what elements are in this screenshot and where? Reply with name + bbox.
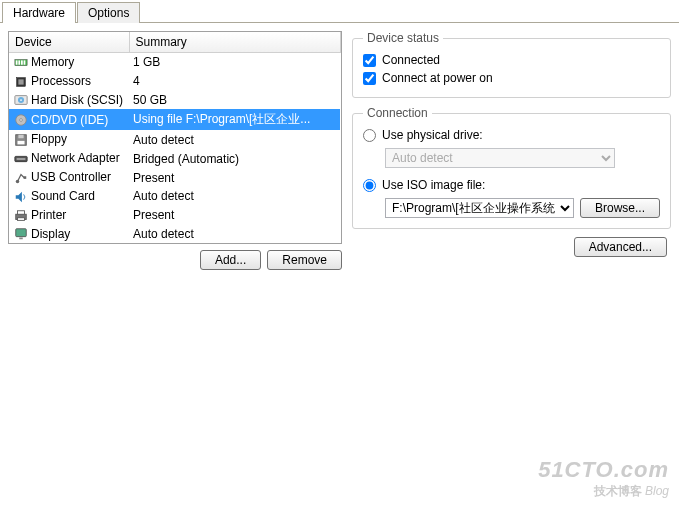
device-status-legend: Device status [363,31,443,45]
device-summary: Auto detect [129,187,340,206]
device-table: Device Summary Memory1 GBProcessors4Hard… [8,31,342,244]
connected-label: Connected [382,53,440,67]
svg-rect-1 [16,60,18,64]
svg-rect-2 [18,60,20,64]
svg-rect-6 [18,79,23,84]
device-summary: 1 GB [129,53,340,72]
advanced-button[interactable]: Advanced... [574,237,667,257]
svg-rect-23 [19,238,23,240]
device-name: Sound Card [31,189,95,203]
add-button[interactable]: Add... [200,250,261,270]
table-row[interactable]: Sound CardAuto detect [9,187,340,206]
device-icon [13,93,31,107]
device-name: Memory [31,55,74,69]
connection-group: Connection Use physical drive: Auto dete… [352,106,671,229]
device-name: CD/DVD (IDE) [31,113,108,127]
use-iso-image-radio[interactable] [363,179,376,192]
device-icon [13,55,31,69]
table-row[interactable]: CD/DVD (IDE)Using file F:\Program\[社区企业.… [9,109,340,130]
svg-rect-3 [21,60,23,64]
column-device[interactable]: Device [9,32,129,53]
svg-point-9 [20,100,22,102]
tab-hardware[interactable]: Hardware [2,2,76,23]
device-summary: Bridged (Automatic) [129,149,340,168]
column-summary[interactable]: Summary [129,32,340,53]
iso-path-select[interactable]: F:\Program\[社区企业操作系统 [385,198,574,218]
device-icon [13,170,31,184]
svg-point-11 [20,119,23,122]
device-name: Hard Disk (SCSI) [31,93,123,107]
svg-rect-22 [16,229,27,237]
device-summary: Present [129,206,340,225]
table-row[interactable]: PrinterPresent [9,206,340,225]
table-row[interactable]: FloppyAuto detect [9,130,340,149]
device-name: Printer [31,208,66,222]
svg-rect-21 [18,217,25,220]
tab-options[interactable]: Options [77,2,140,23]
connect-at-power-on-label: Connect at power on [382,71,493,85]
remove-button[interactable]: Remove [267,250,342,270]
device-name: Processors [31,74,91,88]
device-name: Network Adapter [31,151,120,165]
svg-rect-4 [24,60,26,64]
device-summary: Auto detect [129,130,340,149]
device-name: Display [31,227,70,241]
table-row[interactable]: USB ControllerPresent [9,168,340,187]
device-icon [13,74,31,88]
table-row[interactable]: Memory1 GB [9,53,340,72]
svg-rect-20 [18,210,25,214]
table-row[interactable]: Processors4 [9,72,340,91]
device-icon [13,227,31,241]
use-physical-drive-radio[interactable] [363,129,376,142]
device-summary: Present [129,168,340,187]
device-icon [13,113,31,127]
device-summary: 50 GB [129,91,340,110]
browse-button[interactable]: Browse... [580,198,660,218]
device-name: USB Controller [31,170,111,184]
svg-rect-13 [18,135,23,139]
table-row[interactable]: DisplayAuto detect [9,225,340,244]
svg-rect-16 [17,158,26,160]
physical-drive-select[interactable]: Auto detect [385,148,615,168]
device-summary: Using file F:\Program\[社区企业... [129,109,340,130]
svg-rect-14 [18,141,25,145]
device-status-group: Device status Connected Connect at power… [352,31,671,98]
device-icon [13,189,31,203]
connected-checkbox[interactable] [363,54,376,67]
table-row[interactable]: Hard Disk (SCSI)50 GB [9,91,340,110]
device-icon [13,132,31,146]
device-name: Floppy [31,132,67,146]
use-iso-image-label: Use ISO image file: [382,178,485,192]
svg-rect-18 [24,176,27,179]
device-summary: Auto detect [129,225,340,244]
device-summary: 4 [129,72,340,91]
connection-legend: Connection [363,106,432,120]
table-row[interactable]: Network AdapterBridged (Automatic) [9,149,340,168]
connect-at-power-on-checkbox[interactable] [363,72,376,85]
device-icon [13,208,31,222]
use-physical-drive-label: Use physical drive: [382,128,483,142]
watermark: 51CTO.com 技术博客 Blog [538,457,669,500]
device-icon [13,151,31,165]
